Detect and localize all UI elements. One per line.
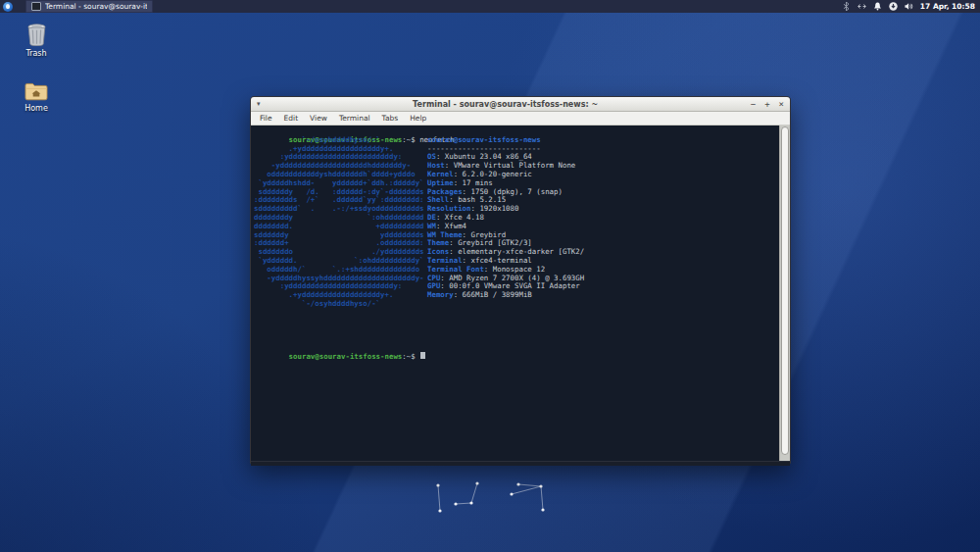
terminal-cursor	[420, 352, 425, 360]
desktop: Terminal - sourav@sourav-it... 17 Apr, 1…	[0, 0, 980, 552]
menu-terminal[interactable]: Terminal	[333, 114, 376, 123]
maximize-button[interactable]: +	[764, 100, 769, 109]
menu-edit[interactable]: Edit	[278, 114, 305, 123]
minimize-button[interactable]: −	[751, 100, 756, 109]
terminal-scrollbar[interactable]	[779, 125, 790, 461]
system-tray: 17 Apr, 10:58	[842, 2, 980, 11]
window-titlebar[interactable]: ▾ Terminal - sourav@sourav-itsfoss-news:…	[251, 97, 790, 112]
close-button[interactable]: ×	[779, 100, 784, 109]
home-folder-icon	[24, 82, 48, 101]
home-label: Home	[13, 104, 60, 113]
desktop-icon-home[interactable]: Home	[13, 82, 60, 113]
scrollbar-thumb[interactable]	[781, 126, 789, 455]
network-icon[interactable]	[858, 2, 866, 11]
menu-file[interactable]: File	[254, 114, 278, 123]
color-palette-row-1	[427, 309, 584, 318]
menu-view[interactable]: View	[304, 114, 333, 123]
updater-icon[interactable]	[889, 2, 898, 11]
trash-label: Trash	[13, 49, 60, 58]
applications-menu-icon[interactable]	[3, 2, 13, 12]
neofetch-ascii-art: `-/osyhddddhyso/-` .+ydddddddddddddddddd…	[254, 136, 424, 309]
taskbar-item-label: Terminal - sourav@sourav-it...	[45, 2, 147, 11]
panel-clock[interactable]: 17 Apr, 10:58	[920, 2, 975, 11]
trash-icon	[26, 24, 47, 46]
volume-icon[interactable]	[905, 2, 913, 11]
taskbar-item-terminal[interactable]: Terminal - sourav@sourav-it...	[25, 0, 153, 13]
neofetch-info: sourav@sourav-itsfoss-news--------------…	[427, 136, 584, 326]
window-bottom-border	[251, 461, 790, 466]
color-palette-row-2	[427, 318, 584, 326]
menu-help[interactable]: Help	[404, 114, 432, 123]
prompt-line-current: sourav@sourav-itsfoss-news:~$	[254, 343, 425, 352]
terminal-content[interactable]: sourav@sourav-itsfoss-news:~$ neofetch `…	[251, 125, 790, 461]
bluetooth-icon[interactable]	[842, 2, 851, 11]
top-panel: Terminal - sourav@sourav-it... 17 Apr, 1…	[0, 0, 980, 13]
menu-tabs[interactable]: Tabs	[376, 114, 405, 123]
menubar: FileEditViewTerminalTabsHelp	[251, 112, 790, 125]
desktop-icon-trash[interactable]: Trash	[13, 24, 60, 58]
terminal-window: ▾ Terminal - sourav@sourav-itsfoss-news:…	[250, 96, 791, 464]
notifications-bell-icon[interactable]	[873, 2, 882, 11]
terminal-icon	[31, 2, 41, 11]
window-title: Terminal - sourav@sourav-itsfoss-news: ~	[261, 100, 751, 109]
